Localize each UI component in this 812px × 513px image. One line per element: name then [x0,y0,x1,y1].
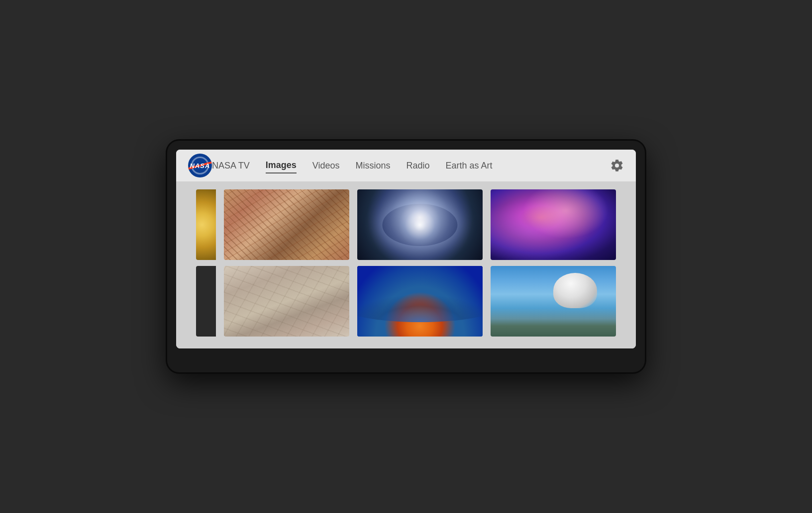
image-row-2 [196,266,616,337]
nav-item-videos[interactable]: Videos [312,159,340,173]
image-cell-terrain[interactable] [224,266,349,337]
nav-item-nasa-tv[interactable]: NASA TV [212,159,250,173]
settings-icon[interactable] [610,159,624,172]
peeking-image-left [196,189,216,260]
image-cell-nebula[interactable] [491,189,616,260]
tv-stand-base [346,363,466,372]
tv-screen: NASA NASA TV Images Videos Missions Radi… [176,150,636,348]
image-gallery [176,181,636,348]
image-cell-halo[interactable] [357,189,483,260]
nav-item-missions[interactable]: Missions [355,159,390,173]
nav-item-earth-as-art[interactable]: Earth as Art [446,159,493,173]
nav-item-images[interactable]: Images [266,158,297,173]
nasa-logo[interactable]: NASA [188,154,212,177]
navigation-bar: NASA NASA TV Images Videos Missions Radi… [176,150,636,181]
image-cell-europa[interactable] [224,189,349,260]
image-row-1 [196,189,616,260]
nav-items-container: NASA TV Images Videos Missions Radio Ear… [212,158,610,173]
peeking-image-left-2 [196,266,216,337]
image-cell-space-earth[interactable] [357,266,483,337]
image-cell-dish[interactable] [491,266,616,337]
tv-stand-neck [376,348,436,363]
nav-item-radio[interactable]: Radio [406,159,429,173]
tv-frame: NASA NASA TV Images Videos Missions Radi… [167,141,645,372]
